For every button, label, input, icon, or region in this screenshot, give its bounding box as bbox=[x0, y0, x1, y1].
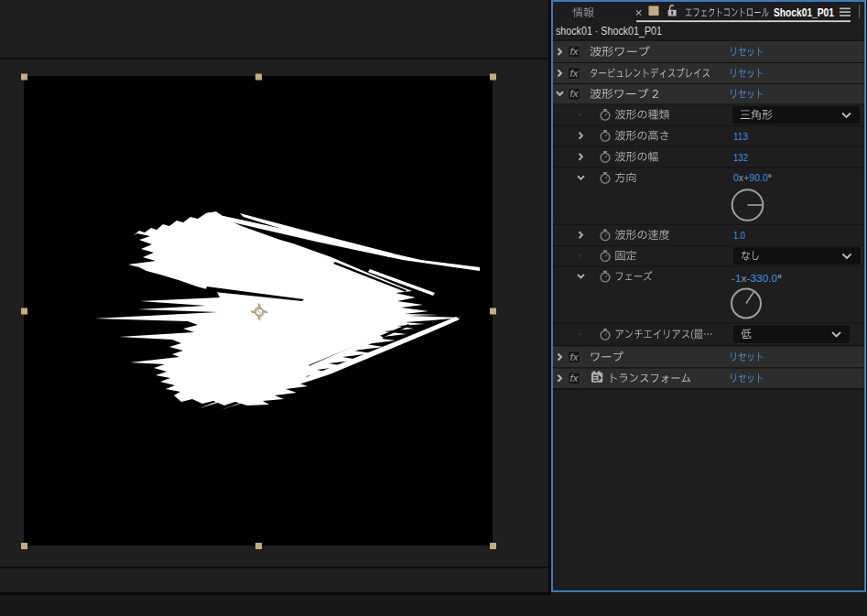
svg-text:-1x-330.0°: -1x-330.0° bbox=[732, 273, 782, 284]
svg-text:fx: fx bbox=[570, 68, 580, 79]
svg-text:132: 132 bbox=[733, 152, 748, 163]
svg-text:shock01 · Shock01_P01: shock01 · Shock01_P01 bbox=[556, 25, 662, 38]
svg-text:fx: fx bbox=[570, 46, 580, 57]
svg-text:1.0: 1.0 bbox=[733, 230, 745, 241]
svg-text:fx: fx bbox=[570, 88, 580, 99]
svg-text:0x+90.0°: 0x+90.0° bbox=[733, 172, 772, 183]
svg-text:Shock01_P01: Shock01_P01 bbox=[774, 6, 834, 19]
svg-text:fx: fx bbox=[570, 351, 580, 362]
svg-text:113: 113 bbox=[733, 131, 748, 142]
svg-text:fx: fx bbox=[570, 373, 580, 384]
